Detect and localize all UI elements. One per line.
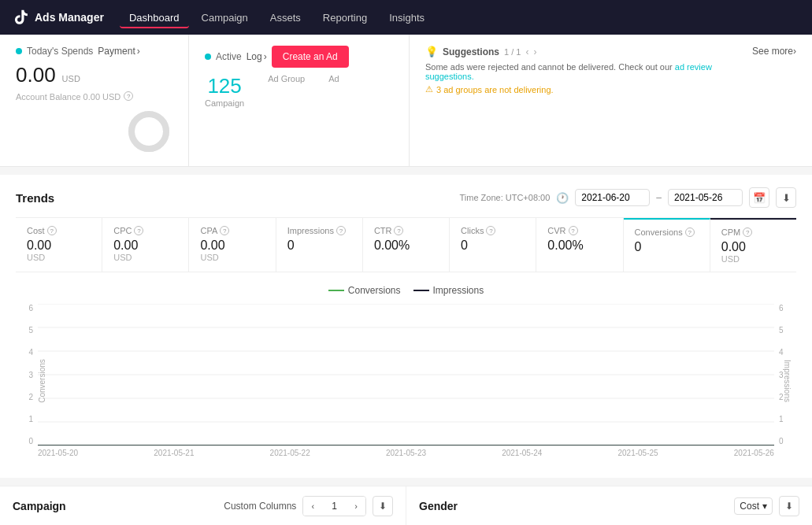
legend-line-conversions <box>328 290 344 291</box>
metric-clicks-label: Clicks ? <box>461 226 525 235</box>
date-to-input[interactable] <box>668 189 743 206</box>
nav-insights[interactable]: Insights <box>380 7 434 28</box>
log-link[interactable]: Log › <box>247 51 267 62</box>
export-campaign-btn[interactable]: ⬇ <box>373 496 393 516</box>
suggestions-title: Suggestions <box>443 46 499 57</box>
cost-select[interactable]: Cost ▾ <box>734 497 773 515</box>
metric-ctr: CTR ? 0.00% <box>363 218 450 272</box>
metric-cpm-label: CPM ? <box>721 227 785 237</box>
metric-clicks-value: 0 <box>461 238 525 253</box>
date-from-input[interactable] <box>575 189 650 206</box>
todays-spends-unit: USD <box>62 74 80 83</box>
chevron-right-icon: › <box>137 46 140 57</box>
metric-cpc-value: 0.00 <box>113 238 177 253</box>
legend-line-impressions <box>413 290 429 291</box>
trends-section: Trends Time Zone: UTC+08:00 🕐 – 📅 ⬇ Cost… <box>0 175 812 478</box>
gender-section-header: Gender Cost ▾ ⬇ <box>406 486 812 525</box>
info-icon-cpa[interactable]: ? <box>220 226 229 235</box>
account-balance-label: Account Balance 0.00 USD <box>16 92 121 102</box>
calendar-icon-btn[interactable]: 📅 <box>749 187 769 208</box>
y-axis-left-4: 4 <box>24 348 33 357</box>
custom-columns-btn[interactable]: Custom Columns <box>224 501 296 512</box>
x-label-5: 2021-05-25 <box>617 449 658 457</box>
info-icon-cpc[interactable]: ? <box>134 226 143 235</box>
adgroup-label: Ad Group <box>268 74 305 83</box>
timezone-label: Time Zone: UTC+08:00 <box>459 193 550 202</box>
info-icon-cpm[interactable]: ? <box>743 227 752 237</box>
export-gender-icon: ⬇ <box>785 501 793 512</box>
nav-dashboard[interactable]: Dashboard <box>120 7 189 28</box>
metric-conversions: Conversions ? 0 <box>624 218 710 272</box>
y-axis-right-title: Impressions <box>784 360 792 402</box>
metric-cost-label: Cost ? <box>27 226 91 235</box>
suggestions-counter: 1 / 1 <box>504 47 521 57</box>
nav-campaign[interactable]: Campaign <box>192 7 258 28</box>
y-axis-left-title: Conversions <box>38 359 46 403</box>
metric-cpm: CPM ? 0.00 USD <box>710 218 796 272</box>
y-axis-right-6: 6 <box>779 304 788 312</box>
campaign-stat: 125 Campaign <box>205 74 244 108</box>
metric-cvr-label: CVR ? <box>547 226 611 235</box>
pagination-next[interactable]: › <box>347 497 365 516</box>
cost-select-label: Cost <box>740 501 759 512</box>
info-icon-clicks[interactable]: ? <box>486 226 495 235</box>
y-axis-right-0: 0 <box>779 437 788 446</box>
info-icon-ctr[interactable]: ? <box>394 226 403 235</box>
metric-impressions-value: 0 <box>287 238 351 253</box>
metric-cost-value: 0.00 <box>27 238 91 253</box>
pagination-current: 1 <box>325 497 343 516</box>
metric-cpc-label: CPC ? <box>113 226 177 235</box>
y-axis-left-3: 3 <box>24 371 33 379</box>
nav-assets[interactable]: Assets <box>261 7 310 28</box>
top-navigation: Ads Manager Dashboard Campaign Assets Re… <box>0 0 812 35</box>
adgroup-stat: Ad Group <box>268 74 305 83</box>
pagination-prev[interactable]: ‹ <box>303 497 322 516</box>
metric-cpc: CPC ? 0.00 USD <box>102 218 189 272</box>
legend-impressions: Impressions <box>413 285 484 296</box>
info-icon-impressions[interactable]: ? <box>336 226 346 235</box>
payment-link[interactable]: Payment › <box>98 46 139 57</box>
nav-reporting[interactable]: Reporting <box>313 7 376 28</box>
active-label: Active <box>216 51 242 62</box>
calendar-icon: 📅 <box>753 192 766 204</box>
create-ad-button[interactable]: Create an Ad <box>272 46 349 68</box>
x-label-3: 2021-05-23 <box>386 449 426 457</box>
chevron-right-suggestions[interactable]: › <box>533 46 536 57</box>
chevron-right-icon-log: › <box>264 51 267 62</box>
info-icon-cvr[interactable]: ? <box>569 226 578 235</box>
metric-ctr-value: 0.00% <box>374 238 438 253</box>
trend-chart-svg <box>38 304 774 446</box>
export-trends-btn[interactable]: ⬇ <box>776 187 796 208</box>
bottom-row: Campaign Custom Columns ‹ 1 › ⬇ Name <box>0 486 812 525</box>
metric-conversions-label: Conversions ? <box>635 227 699 237</box>
chevron-down-icon: ▾ <box>762 501 767 512</box>
x-label-1: 2021-05-21 <box>154 449 194 457</box>
chevron-left-suggestions[interactable]: ‹ <box>525 46 528 57</box>
active-dot <box>205 54 211 60</box>
summary-row: Today's Spends Payment › 0.00 USD Accoun… <box>0 35 812 167</box>
export-gender-btn[interactable]: ⬇ <box>779 496 799 516</box>
info-icon-balance[interactable]: ? <box>124 91 133 101</box>
info-icon-conversions[interactable]: ? <box>685 227 695 237</box>
y-axis-left-0: 0 <box>24 437 33 446</box>
todays-spends-header: Today's Spends Payment › <box>16 46 172 57</box>
see-more-link[interactable]: See more › <box>752 46 796 57</box>
metric-conversions-value: 0 <box>635 240 699 254</box>
brand-logo: Ads Manager <box>13 9 104 26</box>
metric-cvr: CVR ? 0.00% <box>536 218 623 272</box>
chart-area: Conversions Impressions 0 1 2 3 4 5 6 Co… <box>16 272 796 465</box>
metric-cpc-unit: USD <box>113 253 177 262</box>
suggestions-header: 💡 Suggestions 1 / 1 ‹ › <box>425 46 752 57</box>
y-axis-left-2: 2 <box>24 393 33 401</box>
suggestions-card: 💡 Suggestions 1 / 1 ‹ › Some ads were re… <box>410 35 812 166</box>
metric-impressions: Impressions ? 0 <box>276 218 363 272</box>
campaign-table-title: Campaign <box>13 500 66 512</box>
svg-point-1 <box>132 114 166 149</box>
info-icon-cost[interactable]: ? <box>47 226 57 235</box>
suggestions-warning: ⚠ 3 ad groups are not delivering. <box>425 84 752 94</box>
campaign-label: Campaign <box>205 98 244 108</box>
metric-cpm-value: 0.00 <box>721 240 785 254</box>
x-label-4: 2021-05-24 <box>502 449 542 457</box>
y-axis-left-6: 6 <box>24 304 33 312</box>
todays-spends-card: Today's Spends Payment › 0.00 USD Accoun… <box>0 35 189 166</box>
